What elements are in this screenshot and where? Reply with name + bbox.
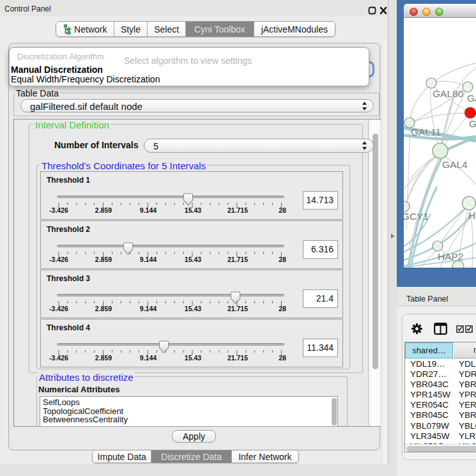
svg-text:GCY1: GCY1: [404, 211, 429, 222]
svg-text:GA: GA: [467, 93, 476, 104]
svg-text:HAP2: HAP2: [438, 251, 464, 262]
svg-text:GAL11: GAL11: [411, 127, 441, 137]
svg-text:G: G: [469, 118, 476, 129]
svg-text:GAL4: GAL4: [442, 159, 468, 170]
svg-text:GAL80: GAL80: [433, 88, 464, 99]
svg-text:H: H: [468, 210, 475, 221]
